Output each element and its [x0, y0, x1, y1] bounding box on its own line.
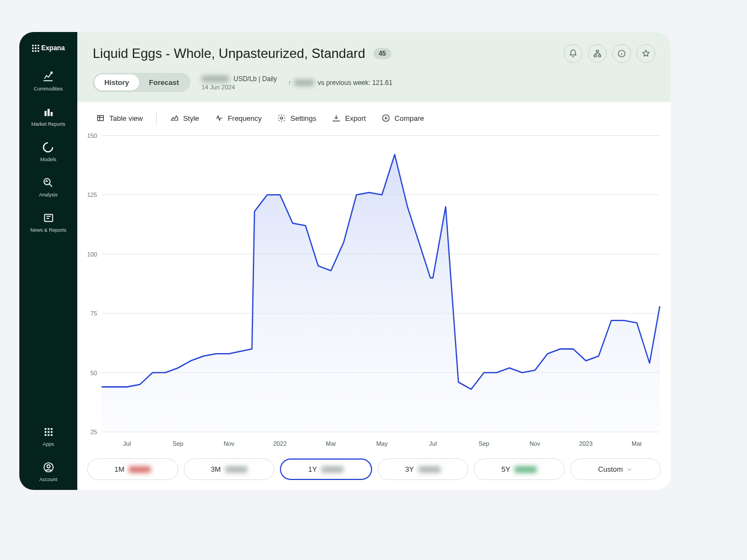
svg-text:Sep: Sep — [173, 440, 184, 447]
gear-icon — [277, 114, 286, 122]
star-icon — [642, 49, 650, 58]
svg-rect-5 — [44, 215, 52, 222]
svg-rect-2 — [47, 109, 50, 116]
delta-value-blurred — [294, 79, 314, 86]
nav-label: News & Reports — [30, 227, 66, 233]
user-circle-icon — [43, 461, 55, 473]
sidebar-item-apps[interactable]: Apps — [43, 426, 55, 447]
range-label: 5Y — [501, 465, 510, 473]
tool-label: Export — [345, 114, 366, 122]
sidebar-item-account[interactable]: Account — [39, 461, 57, 482]
range-custom[interactable]: Custom — [570, 458, 661, 480]
sidebar-item-analysis[interactable]: Analysis — [39, 177, 58, 198]
svg-text:25: 25 — [91, 429, 97, 435]
chevron-down-icon — [626, 466, 633, 473]
svg-text:125: 125 — [87, 191, 97, 198]
svg-point-12 — [44, 434, 46, 436]
area-icon — [170, 114, 179, 122]
nav-label: Market Reports — [31, 121, 66, 127]
chart-toolbar: Table view Style Frequency Settings Expo… — [77, 102, 671, 130]
delta-label: vs previous week: 121.61 — [317, 79, 392, 87]
page-title: Liquid Eggs - Whole, Unpasteurized, Stan… — [93, 46, 365, 61]
nav-label: Analysis — [39, 192, 58, 198]
svg-point-16 — [47, 465, 50, 468]
range-selector: 1M 3M 1Y 3Y 5Y Custom — [77, 452, 671, 490]
sidebar-item-commodities[interactable]: Commodities — [34, 71, 63, 92]
bell-icon — [569, 49, 578, 58]
range-3m[interactable]: 3M — [184, 458, 275, 480]
range-value-blurred — [418, 466, 441, 473]
svg-point-10 — [47, 431, 50, 433]
history-tab[interactable]: History — [94, 74, 139, 90]
svg-text:150: 150 — [87, 132, 97, 139]
loading-circle-icon — [42, 141, 54, 153]
settings-button[interactable]: Settings — [271, 110, 323, 126]
svg-point-14 — [50, 434, 52, 436]
table-icon — [96, 114, 105, 122]
svg-text:Sep: Sep — [479, 440, 490, 447]
delta-summary: ↑ vs previous week: 121.61 — [288, 79, 392, 87]
svg-text:Nov: Nov — [224, 440, 235, 447]
forecast-tab[interactable]: Forecast — [139, 74, 189, 90]
search-chart-icon — [42, 177, 54, 189]
bar-chart-icon — [43, 106, 55, 118]
svg-point-4 — [44, 179, 50, 185]
export-button[interactable]: Export — [325, 110, 373, 126]
tool-label: Settings — [290, 114, 316, 122]
price-value-blurred — [202, 76, 229, 82]
hierarchy-icon — [593, 49, 602, 58]
nav-label: Account — [39, 477, 57, 482]
sidebar-item-market-reports[interactable]: Market Reports — [31, 106, 66, 127]
history-forecast-toggle: History Forecast — [93, 73, 190, 92]
range-3y[interactable]: 3Y — [378, 458, 469, 480]
logo-mark-icon — [32, 45, 39, 52]
nav-label: Models — [40, 157, 56, 162]
price-chart: 255075100125150JulSepNov2022MarMayJulSep… — [81, 130, 665, 452]
brand-name: Expana — [41, 44, 65, 52]
download-icon — [332, 114, 341, 122]
range-5y[interactable]: 5Y — [474, 458, 565, 480]
header: Liquid Eggs - Whole, Unpasteurized, Stan… — [77, 32, 671, 102]
bell-button[interactable] — [564, 44, 582, 63]
plus-circle-icon — [382, 114, 390, 122]
range-label: Custom — [598, 465, 623, 473]
chart-line-icon — [42, 71, 54, 83]
chart-area[interactable]: 255075100125150JulSepNov2022MarMayJulSep… — [77, 130, 671, 452]
range-1m[interactable]: 1M — [87, 458, 178, 480]
compare-button[interactable]: Compare — [375, 110, 431, 126]
svg-point-6 — [44, 428, 46, 430]
svg-text:50: 50 — [91, 369, 97, 376]
as-of-date: 14 Jun 2024 — [202, 84, 277, 90]
count-badge: 45 — [373, 48, 391, 59]
svg-point-8 — [50, 428, 52, 430]
table-view-button[interactable]: Table view — [89, 110, 150, 126]
sidebar: Expana Commodities Market Reports Models — [19, 32, 77, 490]
range-label: 1M — [114, 465, 124, 473]
brand-logo: Expana — [32, 44, 65, 52]
tool-label: Compare — [395, 114, 424, 122]
tree-button[interactable] — [588, 44, 607, 63]
info-button[interactable] — [612, 44, 631, 63]
price-summary: USD/Lb | Daily 14 Jun 2024 — [202, 75, 277, 90]
style-button[interactable]: Style — [163, 110, 206, 126]
svg-text:100: 100 — [87, 250, 97, 257]
info-icon — [617, 49, 626, 58]
range-label: 1Y — [308, 465, 317, 473]
svg-text:2022: 2022 — [273, 440, 287, 447]
svg-text:Mar: Mar — [326, 440, 336, 447]
frequency-button[interactable]: Frequency — [208, 110, 268, 126]
svg-point-11 — [50, 431, 52, 433]
unit-label: USD/Lb | Daily — [234, 75, 277, 83]
range-1y[interactable]: 1Y — [280, 458, 372, 480]
separator — [156, 112, 157, 124]
sidebar-item-models[interactable]: Models — [40, 141, 56, 162]
svg-text:2023: 2023 — [579, 440, 592, 447]
main-panel: Liquid Eggs - Whole, Unpasteurized, Stan… — [77, 32, 671, 490]
svg-text:Jul: Jul — [429, 440, 437, 447]
favorite-button[interactable] — [637, 44, 655, 63]
svg-point-9 — [44, 431, 46, 433]
sidebar-item-news[interactable]: News & Reports — [30, 212, 66, 233]
grid-apps-icon — [43, 426, 55, 438]
svg-rect-1 — [44, 111, 46, 116]
tool-label: Style — [183, 114, 199, 122]
